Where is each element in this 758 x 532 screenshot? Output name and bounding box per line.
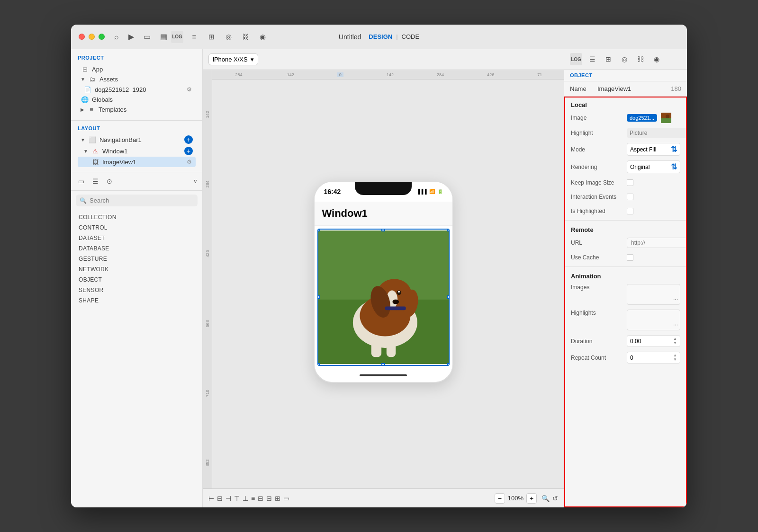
shape-item[interactable]: SHAPE bbox=[76, 295, 198, 306]
list-tool-icon[interactable]: ☰ bbox=[90, 176, 100, 186]
url-input[interactable] bbox=[627, 238, 687, 248]
design-tab[interactable]: DESIGN bbox=[369, 33, 392, 40]
link-icon[interactable]: ⛓ bbox=[239, 31, 252, 43]
align-left-icon[interactable]: ⊢ bbox=[208, 495, 214, 502]
repeat-count-input[interactable]: 0 ▲ ▼ bbox=[627, 352, 680, 364]
sidebar-item-imageview[interactable]: 🖼 ImageView1 ⚙ bbox=[78, 157, 196, 167]
sensor-item[interactable]: SENSOR bbox=[76, 285, 198, 295]
duration-down-icon[interactable]: ▼ bbox=[673, 341, 677, 345]
animation-section-header: Animation bbox=[565, 269, 686, 282]
duration-up-icon[interactable]: ▲ bbox=[673, 337, 677, 341]
sidebar-item-navbars[interactable]: ▼ ⬜ NavigationBar1 + bbox=[78, 134, 196, 145]
highlights-textarea[interactable]: ··· bbox=[627, 310, 680, 330]
dataset-item[interactable]: DATASET bbox=[76, 233, 198, 243]
target-panel-icon[interactable]: ◎ bbox=[618, 53, 631, 65]
maximize-button[interactable] bbox=[99, 34, 105, 40]
is-highlighted-checkbox[interactable] bbox=[627, 208, 633, 214]
grid-view-icon[interactable]: ⊞ bbox=[205, 31, 217, 43]
settings-icon[interactable]: ⚙ bbox=[185, 86, 193, 93]
rotate-icon[interactable]: ↺ bbox=[552, 495, 558, 502]
templates-icon: ≡ bbox=[87, 106, 96, 113]
database-item[interactable]: DATABASE bbox=[76, 243, 198, 254]
components-section: ▭ ☰ ⊙ ∨ 🔍 COLLECTION CONTROL DATASET DAT… bbox=[71, 172, 202, 507]
more-layout-icon[interactable]: ⊞ bbox=[275, 495, 280, 502]
phone-frame: 16:42 ▐▐▐ 📶 🔋 Window1 bbox=[314, 181, 453, 383]
zoom-out-button[interactable]: − bbox=[495, 493, 505, 504]
component-icon[interactable]: ⊙ bbox=[104, 176, 115, 186]
log-panel-icon[interactable]: LOG bbox=[570, 53, 582, 65]
link-panel-icon[interactable]: ⛓ bbox=[634, 53, 647, 65]
duration-input[interactable]: 0.00 ▲ ▼ bbox=[627, 335, 680, 347]
phone-imageview[interactable] bbox=[317, 229, 450, 366]
search-icon[interactable]: ⌕ bbox=[114, 33, 119, 41]
images-textarea[interactable]: ··· bbox=[627, 284, 680, 305]
align-bottom-icon[interactable]: ≡ bbox=[251, 495, 255, 502]
duration-stepper[interactable]: ▲ ▼ bbox=[673, 337, 677, 345]
minimize-button[interactable] bbox=[89, 34, 95, 40]
interaction-events-row: Interaction Events bbox=[565, 190, 686, 204]
title-bar: ⌕ ▶ ▭ ▦ Untitled DESIGN | CODE LOG ≡ ⊞ ◎… bbox=[71, 25, 687, 49]
eye-panel-icon[interactable]: ◉ bbox=[650, 53, 663, 65]
collection-item[interactable]: COLLECTION bbox=[76, 212, 198, 222]
chevron-down-icon[interactable]: ∨ bbox=[193, 178, 198, 185]
distribute-h-icon[interactable]: ⊟ bbox=[258, 495, 263, 502]
add-nav-button[interactable]: + bbox=[184, 135, 193, 144]
distribute-v-icon[interactable]: ⊟ bbox=[266, 495, 272, 502]
repeat-count-down-icon[interactable]: ▼ bbox=[673, 358, 677, 362]
sidebar-item-app[interactable]: ⊞ App bbox=[78, 64, 196, 74]
grid-panel-icon[interactable]: ⊞ bbox=[602, 53, 614, 65]
svg-point-10 bbox=[392, 299, 399, 304]
name-number: 180 bbox=[671, 85, 681, 92]
device-layout-icon[interactable]: ▭ bbox=[283, 495, 289, 502]
align-middle-icon[interactable]: ⊥ bbox=[243, 495, 248, 502]
title-center: Untitled DESIGN | CODE bbox=[339, 33, 419, 41]
repeat-count-stepper[interactable]: ▲ ▼ bbox=[673, 354, 677, 362]
panel-icon[interactable]: ▭ bbox=[76, 176, 86, 186]
tab-separator: | bbox=[396, 33, 397, 40]
align-top-icon[interactable]: ⊤ bbox=[234, 495, 240, 502]
align-center-h-icon[interactable]: ⊟ bbox=[217, 495, 223, 502]
image-badge[interactable]: dog2521... bbox=[627, 114, 657, 122]
list-panel-icon[interactable]: ☰ bbox=[586, 53, 598, 65]
target-icon[interactable]: ◎ bbox=[222, 31, 235, 43]
rendering-select[interactable]: Original ⇅ bbox=[627, 160, 680, 173]
object-item[interactable]: OBJECT bbox=[76, 275, 198, 285]
highlight-input[interactable] bbox=[627, 128, 687, 138]
sidebar-item-dog[interactable]: 📄 dog2521612_1920 ⚙ bbox=[78, 84, 196, 95]
sidebar-item-templates[interactable]: ▶ ≡ Templates bbox=[78, 105, 196, 115]
mode-select[interactable]: Aspect Fill ⇅ bbox=[627, 143, 680, 156]
sidebar-item-globals[interactable]: 🌐 Globals bbox=[78, 95, 196, 105]
sidebar-item-window[interactable]: ▼ ⚠ Window1 + bbox=[78, 145, 196, 157]
imageview-settings-icon[interactable]: ⚙ bbox=[185, 158, 193, 166]
gesture-item[interactable]: GESTURE bbox=[76, 254, 198, 264]
network-item[interactable]: NETWORK bbox=[76, 264, 198, 275]
code-tab[interactable]: CODE bbox=[402, 33, 420, 40]
zoom-in-button[interactable]: + bbox=[526, 493, 537, 504]
keep-image-size-label: Keep Image Size bbox=[571, 179, 623, 186]
nav-icon: ⬜ bbox=[88, 136, 97, 143]
device-selector[interactable]: iPhone X/XS ▾ bbox=[208, 53, 258, 65]
images-expand-icon[interactable]: ··· bbox=[673, 296, 678, 302]
calendar-icon[interactable]: ▦ bbox=[160, 32, 167, 41]
interaction-events-checkbox[interactable] bbox=[627, 194, 633, 200]
search-canvas-icon[interactable]: 🔍 bbox=[541, 495, 550, 502]
play-icon[interactable]: ▶ bbox=[128, 32, 134, 41]
log-button[interactable]: LOG bbox=[171, 31, 183, 43]
close-button[interactable] bbox=[79, 34, 85, 40]
device-icon[interactable]: ▭ bbox=[144, 32, 151, 41]
eye-icon[interactable]: ◉ bbox=[256, 31, 269, 43]
control-item[interactable]: CONTROL bbox=[76, 222, 198, 233]
repeat-count-up-icon[interactable]: ▲ bbox=[673, 354, 677, 357]
align-right-icon[interactable]: ⊣ bbox=[226, 495, 231, 502]
use-cache-checkbox[interactable] bbox=[627, 254, 633, 261]
globals-label: Globals bbox=[92, 96, 193, 103]
mode-prop-row: Mode Aspect Fill ⇅ bbox=[565, 141, 686, 158]
list-view-icon[interactable]: ≡ bbox=[188, 31, 200, 43]
highlights-expand-icon[interactable]: ··· bbox=[673, 321, 678, 328]
image-thumbnail[interactable] bbox=[661, 113, 671, 123]
sidebar-item-assets[interactable]: ▼ 🗂 Assets bbox=[78, 74, 196, 84]
search-input[interactable] bbox=[90, 197, 194, 204]
keep-image-size-checkbox[interactable] bbox=[627, 179, 633, 186]
add-window-button[interactable]: + bbox=[184, 147, 193, 155]
canvas-content[interactable]: -284 -142 0 142 284 426 71 142 284 426 bbox=[203, 70, 564, 488]
